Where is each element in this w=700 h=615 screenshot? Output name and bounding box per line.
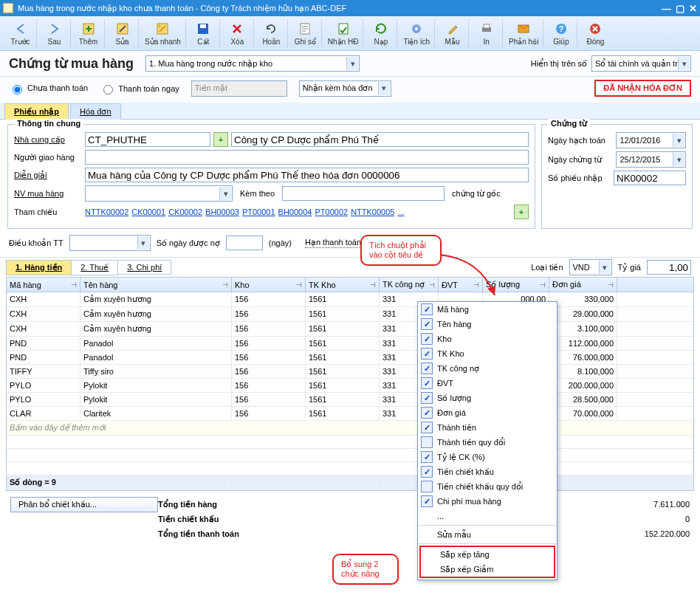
ref-link[interactable]: NTTK00005 <box>351 207 394 216</box>
supplier-code-input[interactable] <box>85 132 210 147</box>
ctx-toggle-column[interactable]: ✓Đơn giá <box>418 405 557 420</box>
column-header[interactable]: TK Kho⊣ <box>306 278 380 292</box>
column-header[interactable]: Tên hàng⊣ <box>80 278 232 292</box>
ctx-toggle-column[interactable]: ✓Tiền chiết khấu <box>418 464 557 479</box>
toolbar-edit[interactable]: Sửa <box>106 19 139 47</box>
toolbar-quickedit[interactable]: Sửa nhanh <box>140 19 186 47</box>
close-icon <box>583 21 607 37</box>
table-row[interactable]: PNDPanadol1561561331500,0076.000,000 <box>7 351 693 365</box>
toolbar-receiveinv[interactable]: Nhận HĐ <box>323 19 364 47</box>
ctx-toggle-column[interactable]: ✓TK Kho <box>418 346 557 361</box>
maximize-button[interactable]: ▢ <box>676 3 684 14</box>
callout-added-features: Bổ sung 2 chức năng <box>332 554 399 585</box>
toolbar-util[interactable]: Tiện ích <box>399 19 435 47</box>
doc-no-input[interactable] <box>614 171 686 185</box>
ctx-sort-asc[interactable]: Sắp xếp tăng <box>421 547 554 562</box>
column-header[interactable]: Mã hàng⊣ <box>7 278 80 292</box>
purchase-type-combo[interactable]: 1. Mua hàng trong nước nhập kho ▾ <box>145 55 360 72</box>
receive-inv-combo[interactable]: Nhận kèm hóa đơn ▾ <box>299 80 391 97</box>
add-ref-button[interactable]: + <box>514 205 529 219</box>
table-row[interactable]: PYLOPylokit1561561331500,0028.500,000 <box>7 393 693 407</box>
checkbox-icon: ✓ <box>421 466 433 478</box>
column-header[interactable]: TK công nợ⊣ <box>380 278 439 292</box>
ctx-toggle-column[interactable]: ✓Mã hàng <box>418 302 557 317</box>
ctx-sort-desc[interactable]: Sắp xếp Giảm <box>421 562 554 577</box>
column-context-menu[interactable]: ✓Mã hàng✓Tên hàng✓Kho✓TK Kho✓TK công nợ✓… <box>417 301 557 580</box>
toolbar-close[interactable]: Đóng <box>579 19 611 47</box>
titlebar: Mua hàng trong nước nhập kho chưa thanh … <box>0 0 700 16</box>
toolbar-print[interactable]: In <box>470 19 503 47</box>
radio-paynow[interactable]: Thanh toán ngay <box>100 83 179 95</box>
subtab-money[interactable]: 1. Hàng tiền <box>6 260 72 275</box>
currency-combo[interactable]: VND▾ <box>569 259 612 275</box>
ctx-edit-template[interactable]: Sửa mẫu <box>418 527 557 542</box>
close-button[interactable]: ✕ <box>689 3 697 14</box>
toolbar-forward[interactable]: Sau <box>38 19 71 47</box>
allocate-discount-button[interactable]: Phân bổ chiết khấu... <box>10 497 158 512</box>
description-input[interactable] <box>85 168 529 182</box>
toolbar-undo[interactable]: Hoãn <box>255 19 288 47</box>
ctx-toggle-column[interactable]: Tiền chiết khấu quy đổi <box>418 479 557 494</box>
toolbar-add[interactable]: Thêm <box>72 19 105 47</box>
column-header[interactable]: Đơn giá⊣ <box>549 278 617 292</box>
payment-terms-combo[interactable]: ▾ <box>69 235 151 251</box>
feedback-icon <box>509 21 538 37</box>
toolbar-template[interactable]: Mẫu <box>436 19 469 47</box>
ref-link[interactable]: CK00001 <box>131 207 165 216</box>
table-row[interactable]: CXHCảm xuyên hương1561561331000,0029.000… <box>7 307 693 322</box>
main-toolbar: TrướcSauThêmSửaSửa nhanhCấtXóaHoãnGhi sổ… <box>0 16 700 51</box>
pin-icon: ⊣ <box>296 281 302 289</box>
table-row[interactable]: CXHCảm xuyên hương1561561331.000,00330,0… <box>7 292 693 307</box>
ref-link[interactable]: CK00002 <box>168 207 202 216</box>
subtab-cost[interactable]: 3. Chi phí <box>117 260 171 275</box>
toolbar-delete[interactable]: Xóa <box>222 19 254 47</box>
table-row[interactable]: TIFFYTiffy siro1561561331500,008.100,000 <box>7 365 693 379</box>
tab-invoice[interactable]: Hóa đơn <box>70 103 120 120</box>
deliverer-input[interactable] <box>85 150 529 165</box>
ref-link[interactable]: PT00001 <box>242 207 275 216</box>
column-header[interactable]: Kho⊣ <box>232 278 306 292</box>
ctx-toggle-column[interactable]: ✓Số lượng <box>418 391 557 405</box>
toolbar-reload[interactable]: Nạp <box>365 19 397 47</box>
table-row[interactable]: CLARClaritek1561561331250,0070.000,000 <box>7 407 693 421</box>
ctx-toggle-column[interactable]: ✓Tỷ lệ CK (%) <box>418 450 557 464</box>
ctx-toggle-column[interactable]: ✓Chi phí mua hàng <box>418 494 557 509</box>
add-new-row[interactable]: Bấm vào đây để thêm mới <box>7 421 693 436</box>
subtab-tax[interactable]: 2. Thuế <box>71 260 118 275</box>
debt-days-input[interactable] <box>226 236 263 250</box>
toolbar-save[interactable]: Cất <box>188 19 220 47</box>
toolbar-feedback[interactable]: Phản hồi <box>504 19 543 47</box>
doc-date-input[interactable]: 25/12/2015▾ <box>616 151 686 168</box>
rate-input[interactable] <box>647 260 691 275</box>
add-supplier-button[interactable]: + <box>213 132 228 147</box>
ref-link[interactable]: ... <box>397 207 404 216</box>
ctx-toggle-column[interactable]: Thành tiền quy đổi <box>418 435 557 450</box>
purchaser-combo[interactable]: ▾ <box>85 185 233 202</box>
table-row[interactable]: PNDPanadol1561561331200,00112.000,000 <box>7 337 693 351</box>
ctx-more[interactable]: ... <box>418 509 557 523</box>
ref-link[interactable]: BH00004 <box>278 207 312 216</box>
supplier-name-input[interactable] <box>231 132 529 147</box>
cash-combo[interactable]: Tiền mặt <box>191 80 287 97</box>
table-row[interactable]: CXHCảm xuyên hương1561561331000,003.100,… <box>7 322 693 337</box>
attach-input[interactable] <box>282 186 445 201</box>
toolbar-post[interactable]: Ghi sổ <box>289 19 322 47</box>
page-title: Chứng từ mua hàng <box>9 55 134 72</box>
ctx-toggle-column[interactable]: ✓Thành tiền <box>418 420 557 435</box>
toolbar-back[interactable]: Trước <box>4 19 37 47</box>
ctx-toggle-column[interactable]: ✓Tên hàng <box>418 317 557 331</box>
minimize-button[interactable]: — <box>662 3 671 14</box>
grid-header[interactable]: Mã hàng⊣Tên hàng⊣Kho⊣TK Kho⊣TK công nợ⊣Đ… <box>7 278 693 292</box>
ctx-toggle-column[interactable]: ✓ĐVT <box>418 376 557 391</box>
toolbar-help[interactable]: ?Giúp <box>545 19 577 47</box>
ctx-toggle-column[interactable]: ✓TK công nợ <box>418 361 557 376</box>
ref-link[interactable]: BH00003 <box>205 207 239 216</box>
radio-unpaid[interactable]: Chưa thanh toán <box>9 83 88 95</box>
ref-link[interactable]: NTTK00002 <box>85 207 128 216</box>
display-on-combo[interactable]: Sổ tài chính và quản trị ▾ <box>591 55 691 72</box>
table-row[interactable]: PYLOPylokit1561561331500,00200.000,000 <box>7 379 693 393</box>
ref-link[interactable]: PT00002 <box>315 207 348 216</box>
tab-receipt[interactable]: Phiếu nhập <box>4 103 69 120</box>
posting-date-input[interactable]: 12/01/2016▾ <box>616 132 686 148</box>
ctx-toggle-column[interactable]: ✓Kho <box>418 331 557 346</box>
